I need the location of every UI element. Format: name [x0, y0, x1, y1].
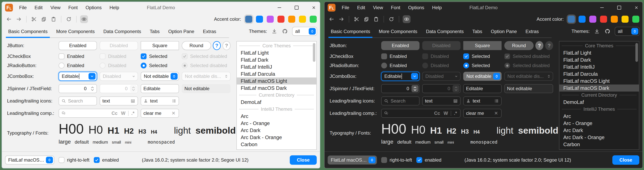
minimize-button[interactable] [599, 4, 605, 11]
jbutton-square[interactable]: Square [463, 41, 502, 50]
refresh-button[interactable] [388, 15, 395, 23]
theme-item[interactable]: FlatLaf Darcula [560, 70, 639, 77]
clear-x-button[interactable]: ✕ [493, 110, 499, 116]
clear-x-button[interactable]: ✕ [171, 110, 176, 116]
theme-item[interactable]: Cobalt 2 [560, 148, 639, 150]
tab-tabs[interactable]: Tabs [470, 25, 484, 38]
help-button-primary[interactable]: ? [535, 41, 544, 50]
help-button-secondary[interactable]: ? [222, 41, 230, 50]
jbutton-round[interactable]: Round [182, 41, 211, 50]
accent-default-blue-swatch[interactable] [245, 16, 252, 23]
tab-basic-components[interactable]: Basic Components [6, 25, 50, 38]
menu-options[interactable]: Options [408, 5, 424, 10]
combobox-editable[interactable]: Editable [58, 72, 97, 81]
combobox-not-editable[interactable]: Not editable [463, 72, 502, 81]
theme-item[interactable]: FlatLaf IntelliJ [237, 63, 316, 70]
clear-me-field[interactable]: clear me ✕ [141, 109, 179, 118]
menu-file[interactable]: File [19, 5, 27, 10]
menu-font[interactable]: Font [391, 5, 400, 10]
list-icon[interactable] [172, 99, 176, 103]
checkbox-enabled[interactable]: Enabled [381, 53, 420, 59]
tab-extras[interactable]: Extras [200, 25, 218, 38]
jbutton-round[interactable]: Round [504, 41, 534, 50]
theme-item[interactable]: Arc Dark [560, 127, 639, 134]
cut-button[interactable] [30, 15, 38, 23]
radio-selected[interactable]: Selected [141, 63, 179, 68]
jbutton-enabled[interactable]: Enabled [381, 41, 420, 50]
theme-item[interactable]: Arc [560, 113, 639, 120]
spinner[interactable]: 0 [381, 84, 420, 93]
theme-item[interactable]: DemoLaf [237, 99, 316, 106]
text-field-calendar[interactable]: text [422, 96, 460, 105]
calendar-grid-icon[interactable] [130, 99, 135, 103]
search-with-caret-icon[interactable] [61, 111, 66, 116]
radio-enabled[interactable]: Enabled [58, 63, 97, 68]
search-options-field[interactable]: Cc W .* [58, 109, 138, 118]
forward-button[interactable] [338, 15, 345, 23]
github-button[interactable] [282, 28, 288, 35]
text-field-calendar[interactable]: text [100, 96, 138, 105]
combobox-editable[interactable]: Editable [381, 72, 420, 81]
maximize-button[interactable] [293, 4, 300, 11]
lookandfeel-combo[interactable]: FlatLaf macOS Li... [5, 155, 54, 164]
menu-edit[interactable]: Edit [357, 5, 365, 10]
theme-item[interactable]: Arc - Orange [560, 120, 639, 127]
themes-filter-combo[interactable]: all [615, 27, 640, 36]
jbutton-enabled[interactable]: Enabled [58, 41, 97, 50]
enabled-checkbox[interactable]: enabled [94, 157, 119, 163]
theme-item[interactable]: Arc Dark - Orange [237, 134, 316, 141]
themes-listbox[interactable]: Core Themes FlatLaf Light FlatLaf Dark F… [559, 41, 639, 150]
cut-button[interactable] [353, 15, 360, 23]
tab-more-components[interactable]: More Components [54, 25, 97, 38]
menu-view[interactable]: View [50, 5, 60, 10]
checkbox-selected[interactable]: Selected [141, 53, 179, 59]
menu-file[interactable]: File [342, 5, 349, 10]
help-button-secondary[interactable]: ? [545, 41, 553, 50]
show-hints-eye-toggle[interactable] [403, 15, 410, 23]
theme-item[interactable]: FlatLaf macOS Light [560, 77, 639, 85]
accent-red-swatch[interactable] [278, 16, 284, 23]
jbutton-square[interactable]: Square [141, 41, 179, 50]
theme-item[interactable]: FlatLaf Dark [237, 56, 316, 63]
lookandfeel-combo[interactable]: FlatLaf macOS D... [328, 155, 377, 164]
download-themes-button[interactable] [271, 28, 278, 35]
regex-button[interactable]: .* [453, 110, 458, 116]
whole-word-button[interactable]: W [443, 110, 449, 116]
theme-item[interactable]: FlatLaf macOS Light [237, 77, 316, 85]
help-button-primary[interactable]: ? [213, 41, 221, 50]
list-icon[interactable] [494, 99, 499, 103]
theme-item[interactable]: FlatLaf Light [560, 49, 639, 56]
tab-more-components[interactable]: More Components [376, 25, 420, 38]
textfield-editable[interactable]: Editable [141, 84, 179, 93]
theme-item[interactable]: FlatLaf macOS Dark [560, 85, 639, 92]
right-to-left-checkbox[interactable]: right-to-left [381, 157, 412, 163]
theme-item[interactable]: FlatLaf Dark [560, 56, 639, 63]
menu-help[interactable]: Help [110, 5, 119, 10]
search-field[interactable]: Search [381, 96, 420, 105]
forward-button[interactable] [15, 15, 23, 23]
paste-button[interactable] [50, 15, 58, 23]
tab-extras[interactable]: Extras [523, 25, 541, 38]
theme-item[interactable]: Arc - Orange [237, 120, 316, 127]
whole-word-button[interactable]: W [120, 110, 126, 116]
themes-filter-combo[interactable]: all [292, 27, 317, 36]
spinner-arrows[interactable] [412, 85, 418, 92]
regex-button[interactable]: .* [130, 110, 135, 116]
accent-orange-swatch[interactable] [611, 16, 618, 23]
theme-item[interactable]: FlatLaf macOS Dark [237, 85, 316, 92]
search-field[interactable]: Search [58, 96, 97, 105]
download-themes-button[interactable] [594, 28, 600, 35]
close-window-button[interactable] [633, 4, 640, 11]
theme-item[interactable]: FlatLaf IntelliJ [560, 63, 639, 70]
back-button[interactable] [328, 15, 336, 23]
radio-enabled[interactable]: Enabled [381, 63, 420, 68]
accent-yellow-swatch[interactable] [299, 16, 306, 23]
copy-button[interactable] [40, 15, 48, 23]
refresh-button[interactable] [65, 15, 73, 23]
tab-basic-components[interactable]: Basic Components [328, 25, 372, 38]
accent-yellow-swatch[interactable] [622, 16, 628, 23]
match-case-button[interactable]: Cc [433, 110, 441, 116]
tab-tabs[interactable]: Tabs [147, 25, 162, 38]
checkbox-enabled[interactable]: Enabled [58, 53, 97, 59]
menu-options[interactable]: Options [86, 5, 102, 10]
